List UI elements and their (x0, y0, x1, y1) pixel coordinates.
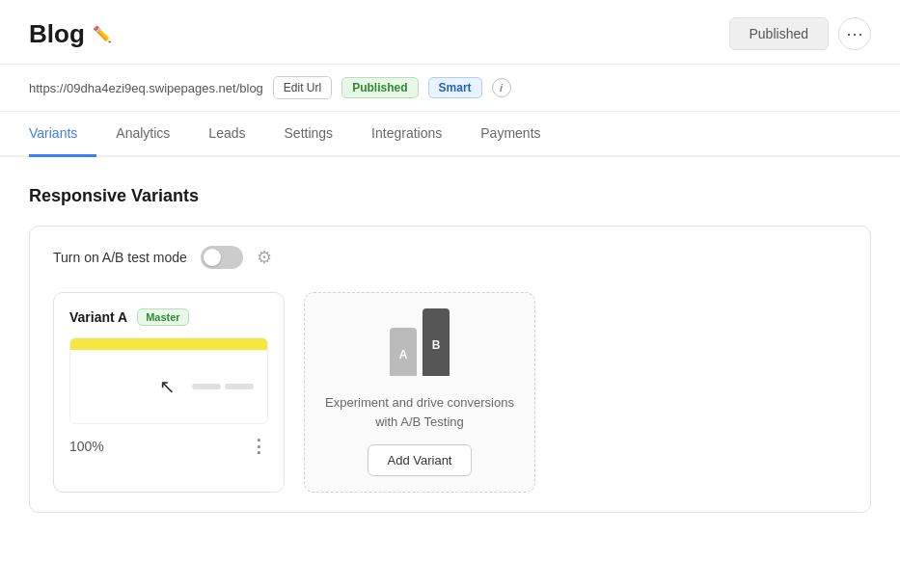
more-options-button[interactable]: ⋯ (838, 17, 871, 50)
header: Blog ✏️ Published ⋯ (0, 0, 900, 65)
add-variant-card: A B Experiment and drive conversions wit… (304, 292, 535, 493)
url-text: https://09dha4ezi9eq.swipepages.net/blog (29, 81, 263, 95)
preview-content: ↖ (70, 350, 267, 423)
page-title: Blog (29, 19, 85, 49)
smart-badge: Smart (428, 77, 482, 98)
tab-analytics[interactable]: Analytics (96, 112, 189, 157)
variant-a-footer: 100% ⋮ (69, 436, 268, 457)
info-icon[interactable]: i (492, 78, 511, 97)
master-badge: Master (137, 308, 188, 326)
bar-a: A (390, 328, 417, 376)
preview-dots (192, 384, 254, 389)
preview-dot-2 (225, 384, 254, 389)
tab-settings[interactable]: Settings (265, 112, 353, 157)
tab-leads[interactable]: Leads (189, 112, 264, 157)
ab-toggle-row: Turn on A/B test mode ⚙ (53, 246, 847, 269)
variant-a-more-button[interactable]: ⋮ (250, 436, 268, 457)
bar-b-label: B (432, 338, 441, 352)
add-variant-button[interactable]: Add Variant (368, 444, 473, 476)
bar-a-label: A (399, 348, 408, 361)
url-bar: https://09dha4ezi9eq.swipepages.net/blog… (0, 65, 900, 112)
cursor-icon: ↖ (159, 375, 176, 398)
edit-url-button[interactable]: Edit Url (273, 76, 332, 99)
published-button[interactable]: Published (729, 17, 830, 50)
ab-test-toggle[interactable] (201, 246, 243, 269)
add-variant-description: Experiment and drive conversions with A/… (320, 393, 519, 431)
settings-gear-icon[interactable]: ⚙ (257, 247, 272, 268)
header-left: Blog ✏️ (29, 19, 112, 49)
variant-a-percent: 100% (69, 439, 104, 454)
variant-a-preview[interactable]: ↖ (69, 337, 268, 424)
tab-payments[interactable]: Payments (461, 112, 559, 157)
ab-panel: Turn on A/B test mode ⚙ Variant A Master… (29, 226, 871, 513)
edit-icon[interactable]: ✏️ (93, 25, 112, 43)
page-container: Blog ✏️ Published ⋯ https://09dha4ezi9eq… (0, 0, 900, 588)
bar-b: B (423, 308, 450, 376)
ab-illustration: A B (390, 308, 450, 376)
published-badge: Published (341, 77, 418, 98)
ab-toggle-label: Turn on A/B test mode (53, 250, 187, 265)
section-title: Responsive Variants (29, 186, 871, 206)
tabs-bar: Variants Analytics Leads Settings Integr… (0, 112, 900, 157)
preview-top-bar (70, 338, 267, 350)
main-content: Responsive Variants Turn on A/B test mod… (0, 157, 900, 542)
more-dots-icon: ⋯ (846, 23, 863, 44)
variant-a-card: Variant A Master ↖ (53, 292, 285, 493)
variants-row: Variant A Master ↖ (53, 292, 847, 493)
variant-a-label: Variant A (69, 309, 127, 325)
preview-dot-1 (192, 384, 221, 389)
tab-integrations[interactable]: Integrations (352, 112, 461, 157)
variant-a-header: Variant A Master (69, 308, 268, 326)
header-right: Published ⋯ (729, 17, 872, 50)
tab-variants[interactable]: Variants (29, 112, 96, 157)
